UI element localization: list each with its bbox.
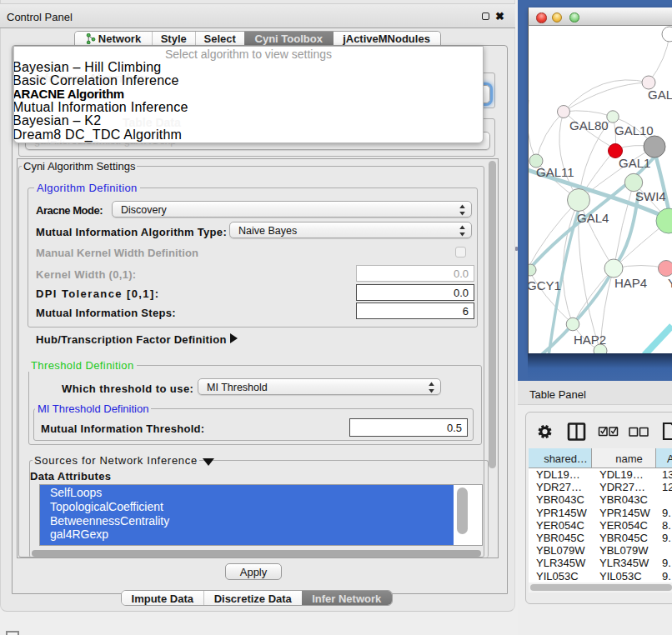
svg-text:GAL11: GAL11	[536, 165, 574, 179]
svg-text:Y: Y	[668, 276, 672, 290]
svg-text:HAP4: HAP4	[614, 276, 647, 290]
svg-text:SWI4: SWI4	[635, 189, 666, 203]
svg-text:GAL1: GAL1	[619, 156, 650, 170]
svg-text:HAP2: HAP2	[574, 332, 606, 347]
svg-text:GCY1: GCY1	[529, 278, 561, 292]
svg-text:GAL: GAL	[648, 88, 672, 102]
svg-text:GAL4: GAL4	[577, 211, 609, 225]
svg-text:GAL80: GAL80	[569, 118, 609, 132]
svg-text:GAL10: GAL10	[614, 123, 654, 138]
